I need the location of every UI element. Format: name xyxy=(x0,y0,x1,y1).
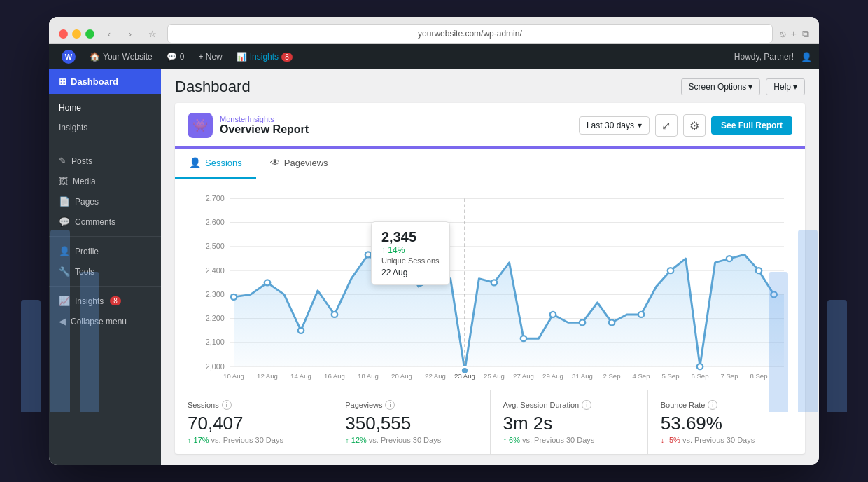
sidebar-home-label: Home xyxy=(59,103,81,113)
avatar-icon: 👤 xyxy=(801,52,812,62)
stat-avg-session-change-text: ↑ 6% xyxy=(503,436,520,444)
svg-text:2,200: 2,200 xyxy=(206,314,225,322)
stat-pageviews-change: ↑ 12% vs. Previous 30 Days xyxy=(345,436,477,444)
svg-point-25 xyxy=(491,280,497,285)
svg-text:7 Sep: 7 Sep xyxy=(720,373,738,380)
wp-logo-icon: W xyxy=(62,50,76,64)
header-buttons: Screen Options ▾ Help ▾ xyxy=(681,78,805,95)
stat-sessions-info[interactable]: i xyxy=(222,400,232,410)
comments-item[interactable]: 💬 0 xyxy=(161,44,190,69)
sidebar-item-posts[interactable]: ✎ Posts xyxy=(49,151,161,171)
svg-point-21 xyxy=(365,252,371,257)
date-picker-chevron: ▾ xyxy=(638,120,642,130)
expand-icon-button[interactable]: ⤢ xyxy=(655,114,678,137)
stat-sessions-prev: vs. Previous 30 Days xyxy=(211,436,284,444)
mi-report-title: Overview Report xyxy=(220,123,309,136)
left-decorative-bars xyxy=(21,230,99,412)
share-icon[interactable]: ⎋ xyxy=(780,28,785,39)
new-label: + New xyxy=(198,52,222,62)
mi-widget: 👾 MonsterInsights Overview Report Last 3… xyxy=(175,103,805,454)
left-bar-3 xyxy=(80,272,99,412)
stat-sessions-label: Sessions i xyxy=(188,400,319,410)
split-view-icon[interactable]: ⧉ xyxy=(802,28,809,40)
traffic-lights xyxy=(59,29,94,39)
wp-logo-text: W xyxy=(65,53,72,61)
tooltip-value: 2,345 xyxy=(382,229,440,245)
stat-sessions: Sessions i 70,407 ↑ 17% vs. Previous 30 … xyxy=(175,390,332,454)
stat-bounce-info[interactable]: i xyxy=(708,400,718,410)
stat-sessions-value: 70,407 xyxy=(188,413,319,434)
forward-button[interactable]: › xyxy=(122,26,138,41)
svg-text:5 Sep: 5 Sep xyxy=(662,373,679,380)
stat-avg-session-info[interactable]: i xyxy=(582,400,592,410)
tooltip-change-text: ↑ 14% xyxy=(382,245,405,255)
site-name-item[interactable]: 🏠 Your Website xyxy=(84,44,158,69)
svg-text:2,000: 2,000 xyxy=(206,362,225,371)
site-name-text: Your Website xyxy=(103,52,153,62)
screen-options-button[interactable]: Screen Options ▾ xyxy=(681,78,761,95)
svg-text:20 Aug: 20 Aug xyxy=(391,373,412,380)
tab-sessions[interactable]: 👤 Sessions xyxy=(175,149,256,179)
new-content-item[interactable]: + New xyxy=(192,44,227,69)
chart-area: 2,700 2,600 2,500 2,400 2,300 2,200 2,10… xyxy=(175,179,805,390)
stat-pageviews-label-text: Pageviews xyxy=(345,401,382,409)
svg-point-30 xyxy=(638,312,644,317)
sidebar-item-media[interactable]: 🖼 Media xyxy=(49,171,161,191)
back-button[interactable]: ‹ xyxy=(102,26,117,41)
stat-avg-session-prev: vs. Previous 30 Days xyxy=(522,436,594,444)
svg-point-17 xyxy=(231,294,237,300)
stat-avg-session-label-text: Avg. Session Duration xyxy=(503,401,580,409)
mi-widget-header: 👾 MonsterInsights Overview Report Last 3… xyxy=(175,103,805,149)
sidebar-item-insights-sub[interactable]: Insights xyxy=(49,118,161,137)
new-tab-icon[interactable]: + xyxy=(791,28,797,39)
full-report-button[interactable]: See Full Report xyxy=(711,116,792,135)
comment-count: 0 xyxy=(180,52,185,62)
bookmark-icon[interactable]: ☆ xyxy=(145,26,160,41)
stat-pageviews-label: Pageviews i xyxy=(345,400,477,410)
svg-point-31 xyxy=(668,268,673,273)
wp-logo-item[interactable]: W xyxy=(56,44,81,69)
insights-bar-item[interactable]: 📊 Insights 8 xyxy=(231,44,298,69)
sidebar-posts-label: Posts xyxy=(71,156,92,166)
sidebar-section-dashboard: Home Insights xyxy=(49,94,161,142)
left-bar-2 xyxy=(50,230,70,412)
screen-options-chevron: ▾ xyxy=(748,82,752,92)
help-button[interactable]: Help ▾ xyxy=(766,78,805,95)
svg-point-29 xyxy=(609,319,615,325)
right-bar-1 xyxy=(769,272,788,412)
tooltip-date: 22 Aug xyxy=(382,268,440,277)
dashboard-label: Dashboard xyxy=(71,76,118,87)
stat-bounce-value: 53.69% xyxy=(661,413,792,434)
insights-bar-label: Insights xyxy=(250,52,279,62)
sessions-tab-icon: 👤 xyxy=(189,157,201,168)
address-bar[interactable]: yourwebsite.com/wp-admin/ xyxy=(167,24,773,43)
svg-text:25 Aug: 25 Aug xyxy=(484,373,505,380)
stat-avg-session-change: ↑ 6% vs. Previous 30 Days xyxy=(503,436,635,444)
help-label: Help xyxy=(774,82,791,92)
sidebar-item-pages[interactable]: 📄 Pages xyxy=(49,191,161,212)
svg-text:16 Aug: 16 Aug xyxy=(324,373,345,380)
date-picker[interactable]: Last 30 days ▾ xyxy=(579,116,650,135)
sidebar-dashboard[interactable]: ⊞ Dashboard xyxy=(49,69,161,94)
mi-brand: MonsterInsights xyxy=(220,115,309,123)
svg-text:22 Aug: 22 Aug xyxy=(425,373,446,380)
sidebar-media-label: Media xyxy=(73,177,96,186)
media-icon: 🖼 xyxy=(59,176,68,186)
minimize-button[interactable] xyxy=(72,29,81,39)
tab-pageviews[interactable]: 👁 Pageviews xyxy=(256,149,342,179)
svg-text:2,100: 2,100 xyxy=(206,338,225,347)
svg-text:2,600: 2,600 xyxy=(206,218,225,226)
sidebar-item-home[interactable]: Home xyxy=(49,98,161,118)
right-bar-2 xyxy=(798,230,818,412)
maximize-button[interactable] xyxy=(85,29,94,39)
close-button[interactable] xyxy=(59,29,68,39)
page-title: Dashboard xyxy=(175,78,251,96)
svg-point-19 xyxy=(298,328,304,333)
svg-text:2,500: 2,500 xyxy=(206,242,225,251)
right-bar-3 xyxy=(827,300,847,412)
settings-icon-button[interactable]: ⚙ xyxy=(683,114,706,137)
stat-pageviews-info[interactable]: i xyxy=(385,400,395,410)
help-chevron: ▾ xyxy=(793,82,797,92)
sessions-chart: 2,700 2,600 2,500 2,400 2,300 2,200 2,10… xyxy=(188,191,792,383)
sidebar-item-comments[interactable]: 💬 Comments xyxy=(49,212,161,232)
